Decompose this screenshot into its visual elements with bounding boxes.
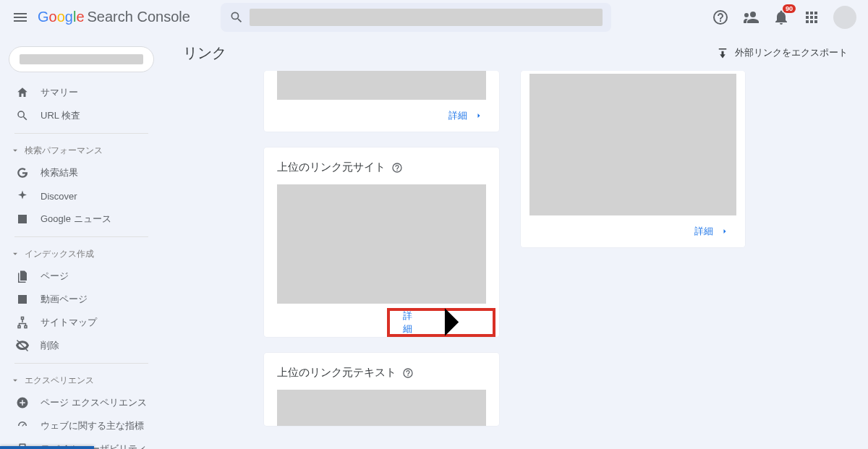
page-title: リンク [183, 43, 226, 63]
sidebar-item-label: URL 検査 [41, 109, 80, 122]
help-icon[interactable] [391, 162, 403, 174]
content-grid: 詳細 上位のリンク元サイト 詳細 [163, 71, 868, 449]
header-actions: 90 [712, 6, 856, 29]
users-icon[interactable] [742, 9, 760, 26]
sidebar-item-label: ウェブに関する主な指標 [41, 419, 144, 432]
search-icon [16, 109, 29, 122]
details-link[interactable]: 詳細 [264, 100, 499, 132]
sidebar-item-google-news[interactable]: Google ニュース [0, 208, 163, 231]
divider [14, 363, 148, 364]
details-link[interactable]: 詳細 [521, 215, 745, 247]
speed-icon [16, 419, 29, 432]
hidden-icon [16, 339, 29, 352]
app-header: Google Search Console 90 [0, 0, 868, 35]
video-icon [16, 293, 29, 306]
sitemap-icon [16, 316, 29, 329]
star-burst-icon [16, 189, 29, 202]
sidebar-item-pages[interactable]: ページ [0, 265, 163, 288]
sidebar-item-search-results[interactable]: 検索結果 [0, 161, 163, 184]
sidebar-item-label: ページ エクスペリエンス [41, 396, 147, 409]
sidebar-item-label: サイトマップ [41, 316, 97, 329]
search-input[interactable] [250, 9, 603, 26]
card-top-linking-text: 上位のリンク元テキスト [264, 353, 499, 426]
pages-icon [16, 270, 29, 283]
property-name-placeholder [20, 54, 143, 64]
sidebar-section-performance[interactable]: 検索パフォーマンス [0, 140, 163, 161]
sidebar-item-label: Discover [41, 191, 77, 202]
sidebar-item-core-web-vitals[interactable]: ウェブに関する主な指標 [0, 414, 163, 437]
google-logo: Google [38, 9, 85, 25]
home-icon [16, 86, 29, 99]
plus-circle-icon [16, 396, 29, 409]
card-right: 詳細 [521, 71, 745, 247]
card-placeholder [277, 184, 486, 304]
sidebar-item-label: ページ [41, 270, 69, 283]
menu-icon[interactable] [12, 9, 29, 26]
chevron-right-icon [475, 111, 483, 120]
avatar[interactable] [833, 6, 856, 29]
product-logo[interactable]: Google Search Console [38, 9, 190, 25]
sidebar-item-sitemap[interactable]: サイトマップ [0, 311, 163, 334]
sidebar-section-experience[interactable]: エクスペリエンス [0, 369, 163, 391]
download-icon [716, 46, 729, 59]
chevron-right-icon [720, 227, 729, 236]
export-button[interactable]: 外部リンクをエクスポート [716, 46, 848, 59]
apps-icon[interactable] [803, 9, 820, 26]
sidebar-item-label: Google ニュース [41, 213, 111, 226]
divider [14, 133, 148, 134]
sidebar-item-label: 検索結果 [41, 166, 78, 179]
card-title: 上位のリンク元テキスト [277, 366, 396, 380]
sidebar-item-discover[interactable]: Discover [0, 184, 163, 208]
divider [14, 236, 148, 237]
card-title: 上位のリンク元サイト [277, 161, 386, 174]
sidebar-item-label: 削除 [41, 339, 59, 352]
news-icon [16, 213, 29, 226]
chevron-down-icon [10, 249, 20, 259]
property-selector[interactable] [9, 46, 154, 72]
search-icon [229, 10, 244, 25]
sidebar-item-label: 動画ページ [41, 293, 88, 306]
sidebar-item-url-inspect[interactable]: URL 検査 [0, 104, 163, 127]
sidebar-item-summary[interactable]: サマリー [0, 81, 163, 104]
loading-indicator [0, 446, 94, 449]
sidebar-item-removals[interactable]: 削除 [0, 334, 163, 357]
card-placeholder [529, 74, 736, 215]
chevron-down-icon [10, 375, 20, 385]
main-header: リンク 外部リンクをエクスポート [163, 35, 868, 71]
google-g-icon [16, 166, 29, 179]
card-placeholder [277, 390, 486, 426]
card-placeholder [277, 71, 486, 100]
card-partial-top: 詳細 [264, 71, 499, 132]
help-icon[interactable] [712, 9, 729, 26]
details-link-highlighted[interactable]: 詳細 [387, 308, 495, 337]
card-top-linking-sites: 上位のリンク元サイト 詳細 [264, 147, 499, 337]
sidebar: サマリー URL 検査 検索パフォーマンス 検索結果 Discover Goog… [0, 35, 163, 449]
main-area: リンク 外部リンクをエクスポート 詳細 上位のリンク元サイト [163, 35, 868, 449]
logo-suffix: Search Console [88, 9, 190, 25]
sidebar-item-page-experience[interactable]: ページ エクスペリエンス [0, 391, 163, 414]
chevron-right-icon [424, 294, 480, 350]
notifications-icon[interactable]: 90 [773, 9, 790, 26]
chevron-down-icon [10, 145, 20, 155]
notification-badge: 90 [783, 4, 796, 14]
help-icon[interactable] [402, 367, 414, 379]
sidebar-item-video-pages[interactable]: 動画ページ [0, 288, 163, 311]
sidebar-item-label: サマリー [41, 86, 78, 99]
search-bar[interactable] [221, 3, 611, 32]
sidebar-section-indexing[interactable]: インデックス作成 [0, 243, 163, 265]
